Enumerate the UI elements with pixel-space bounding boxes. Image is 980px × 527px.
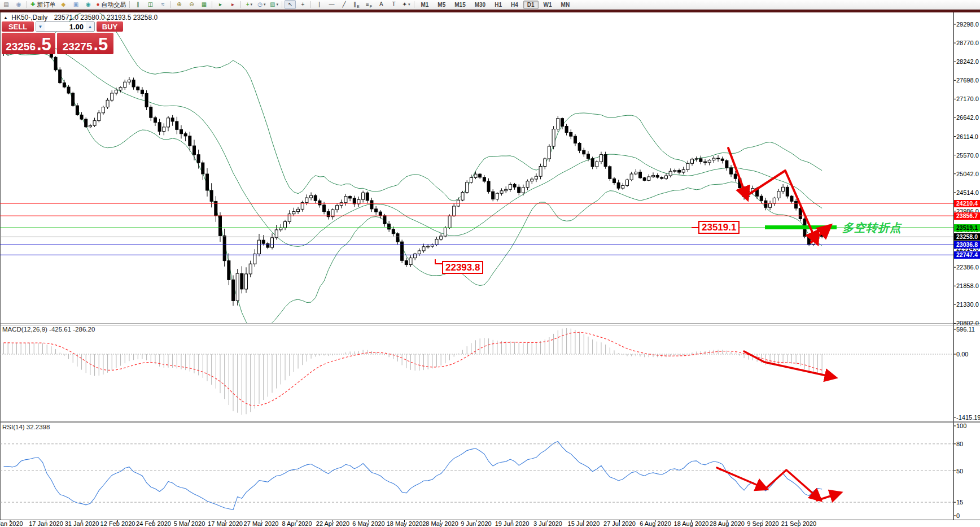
timeframe-w1[interactable]: W1 [540,1,556,9]
macd-axis-tick: 0.00 [956,351,968,358]
new-chart-icon[interactable]: ▤ [1,0,12,9]
date-axis-tick: 28 Aug 2020 [710,520,745,527]
label-glyph: T [392,1,395,8]
buy-price-frac: .5 [93,36,108,53]
auto-trading-button[interactable]: ●自动交易 [95,0,127,9]
turning-point-text[interactable]: 多空转折点 [842,220,902,236]
templates-button[interactable]: ▧▾ [268,0,279,9]
low-annotation-box[interactable]: 22393.8 [442,261,483,274]
price-axis-tick: 22386.0 [956,264,979,271]
volume-decrease-button[interactable]: ▼ [36,22,45,31]
price-axis-tick: 27698.0 [956,77,979,84]
ohlc-values: 23571.0 23580.0 23193.5 23258.0 [54,14,158,21]
chart-canvas[interactable] [0,0,980,527]
zoom-out-icon[interactable]: ⊖ [186,0,197,9]
toolbar-separator [282,1,282,8]
buy-price-button[interactable]: 23275 .5 [57,33,113,54]
volume-stepper[interactable]: ▼ 1.00 ▲ [36,21,95,32]
new-order-button[interactable]: ✚新订单 [29,0,56,9]
timeframe-h4[interactable]: H4 [507,1,522,9]
line-chart-icon[interactable]: ≈ [157,0,168,9]
chart-shift-icon[interactable]: ▸ [227,0,238,9]
macd-axis-tick: -1415.19 [956,414,980,421]
timeframe-m15[interactable]: M15 [450,1,469,9]
symbol-period-label: HK50-,Daily [11,14,47,21]
bar-chart-icon-glyph: ∥ [137,1,139,8]
dropdown-arrow-icon[interactable]: ▾ [264,2,266,7]
collapse-triangle-icon[interactable]: ▲ [3,15,8,20]
timeframe-m1[interactable]: M1 [417,1,432,9]
tile-windows-icon-glyph: ▦ [202,1,207,8]
toolbar-separator [414,1,414,8]
timeframe-h1[interactable]: H1 [491,1,506,9]
zoom-out-icon-glyph: ⊖ [189,1,194,8]
toolbar-separator [212,1,212,8]
line-chart-icon-glyph: ≈ [161,1,165,8]
date-axis-tick: 27 Mar 2020 [244,520,279,527]
date-axis-tick: 19 Jun 2020 [495,520,530,527]
auto-trading-button-label: 自动交易 [101,1,126,9]
zoom-in-icon-glyph: ⊕ [177,1,181,8]
fibonacci-button[interactable]: ≡F [363,0,374,9]
periods-button[interactable]: ◷▾ [256,0,267,9]
vline-button[interactable]: | [313,0,325,9]
macd-axis-tick: 596.11 [956,326,975,333]
dropdown-arrow-icon[interactable]: ▾ [408,2,410,7]
timeframe-m5[interactable]: M5 [434,1,449,9]
candle-chart-icon[interactable]: ◫ [145,0,156,9]
rsi-axis-tick: 0 [956,512,960,519]
date-axis-tick: 9 Jun 2020 [461,520,491,527]
volume-value[interactable]: 1.00 [45,23,86,31]
zoom-in-icon[interactable]: ⊕ [173,0,185,9]
date-axis-tick: 15 Jul 2020 [568,520,600,527]
date-axis-tick: 12 Feb 2020 [100,520,135,527]
auto-scroll-icon[interactable]: ▸ [215,0,226,9]
timeframe-d1[interactable]: D1 [523,1,539,9]
date-axis-tick: 24 Feb 2020 [136,520,171,527]
crosshair-glyph: + [301,1,305,8]
text-glyph: A [379,1,383,8]
history-center-icon[interactable]: ◆ [58,0,69,9]
cursor-button[interactable]: ↖ [285,0,296,9]
price-axis-tick: 21858.0 [956,282,979,289]
timeframe-m30[interactable]: M30 [471,1,489,9]
indicators-button[interactable]: +▾ [243,0,255,9]
date-axis-tick: 6 Aug 2020 [640,520,671,527]
shapes-button[interactable]: ✦▾ [400,0,412,9]
hline-button[interactable]: — [326,0,337,9]
date-axis-tick: 17 Mar 2020 [208,520,243,527]
macd-indicator-label: MACD(12,26,9) -425.61 -286.20 [2,326,95,333]
toolbar-separator [129,1,130,8]
channel-button[interactable]: ∥E [351,0,362,9]
toolbar-separator [27,1,27,8]
sell-price-main: 23256 [6,41,36,53]
text-button[interactable]: A [375,0,387,9]
signal-icon[interactable]: ◉ [82,0,94,9]
bar-chart-icon[interactable]: ∥ [132,0,143,9]
profile-icon[interactable]: ▣ [70,0,81,9]
sell-button[interactable]: SELL [2,21,34,32]
hline-glyph: — [329,1,334,8]
date-axis-tick: 31 Jan 2020 [65,520,99,527]
price-axis-tick: 29298.0 [956,21,979,28]
trendline-button[interactable]: ╱ [338,0,349,9]
crosshair-button[interactable]: + [297,0,308,9]
price-axis-badge: 23856.7 [954,212,980,220]
date-axis-tick: 9 Sep 2020 [747,520,778,527]
buy-button[interactable]: BUY [97,21,123,32]
auto-scroll-icon-glyph: ▸ [219,1,222,8]
market-watch-icon[interactable]: ◉ [13,0,24,9]
level-annotation-box[interactable]: 23519.1 [698,221,740,234]
price-axis-tick: 28242.0 [956,58,979,65]
volume-increase-button[interactable]: ▲ [86,22,94,31]
dropdown-arrow-icon[interactable]: ▾ [251,2,253,7]
label-button[interactable]: T [388,0,399,9]
icon-subscript: F [370,5,372,8]
dropdown-arrow-icon[interactable]: ▾ [276,2,278,7]
date-axis-tick: 18 May 2020 [387,520,423,527]
sell-price-button[interactable]: 23256 .5 [2,33,55,54]
tile-windows-icon[interactable]: ▦ [198,0,209,9]
price-axis-badge: 23519.1 [954,224,980,232]
rsi-indicator-label: RSI(14) 32.2398 [2,424,50,430]
timeframe-mn[interactable]: MN [557,1,574,9]
